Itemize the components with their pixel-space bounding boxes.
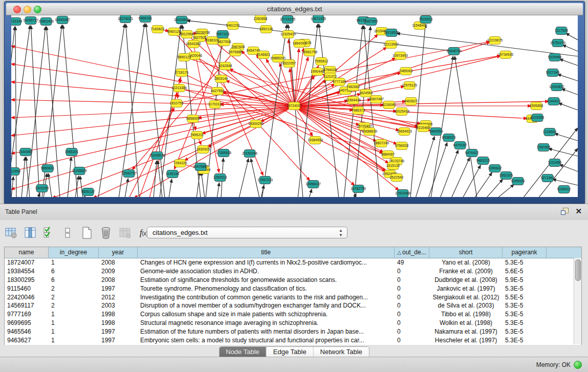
network-node[interactable]: 9329966	[548, 54, 562, 61]
network-node[interactable]: 12213967	[383, 41, 399, 49]
table-row[interactable]: 911546021997Tourette syndrome. Phenomeno…	[5, 285, 581, 293]
network-node[interactable]: 9227349	[546, 69, 560, 77]
tab-edge-table[interactable]: Edge Table	[267, 347, 314, 358]
network-node[interactable]: 19734935	[498, 51, 513, 59]
show-column-button[interactable]	[23, 226, 37, 240]
network-node[interactable]: 9463627	[404, 98, 418, 105]
network-window-titlebar[interactable]: citations_edges.txt	[6, 3, 583, 15]
network-node[interactable]: 12325419	[280, 31, 296, 38]
network-node[interactable]: 7485063	[399, 68, 413, 75]
network-node[interactable]: 2803144	[214, 75, 228, 83]
network-node[interactable]: 14671355	[311, 15, 326, 23]
network-canvas[interactable]: 1872400714091051696175879558126794028199…	[11, 15, 578, 197]
network-node[interactable]: 20891406	[38, 18, 54, 26]
network-node[interactable]: 10688639	[362, 128, 377, 136]
network-node[interactable]: 2718176	[175, 69, 189, 77]
network-node[interactable]: 10025418	[394, 108, 409, 116]
network-node[interactable]: 9313954	[11, 168, 20, 176]
network-node[interactable]: 1099642	[488, 165, 502, 172]
network-node[interactable]: 2687652	[364, 18, 378, 26]
network-node[interactable]: 1117534	[555, 27, 568, 35]
table-row[interactable]: 946362711997Embryonic stem cells: a mode…	[5, 336, 581, 345]
network-node[interactable]: 2160650	[19, 148, 33, 156]
table-row[interactable]: 946554611997Estimation of the future num…	[5, 327, 581, 336]
network-node[interactable]: 9245033	[511, 178, 525, 185]
network-node[interactable]: 18807249	[374, 140, 389, 147]
network-node[interactable]: 1830925	[197, 146, 210, 154]
network-node[interactable]: 19218506	[384, 29, 399, 37]
column-header-title[interactable]: title	[138, 247, 395, 258]
float-panel-icon[interactable]	[561, 207, 569, 215]
network-node[interactable]: 9756928	[395, 142, 409, 150]
network-node[interactable]: 2015334	[11, 18, 22, 26]
network-node[interactable]: 1852136	[259, 26, 273, 33]
column-settings-button[interactable]	[4, 226, 18, 240]
network-node[interactable]: 23364436	[345, 97, 361, 104]
network-node[interactable]: 16543382	[186, 40, 201, 48]
column-header-name[interactable]: name	[5, 247, 49, 258]
network-node[interactable]: 20153346	[242, 150, 257, 158]
network-node[interactable]: 16033809	[174, 16, 189, 24]
network-node[interactable]: 8912954	[180, 31, 194, 38]
network-node[interactable]: 15751074	[550, 39, 565, 47]
network-node[interactable]: 10607487	[368, 96, 384, 103]
network-node[interactable]: 16648784	[446, 48, 462, 55]
table-selector-dropdown[interactable]: citations_edges.txt ▲▼	[147, 227, 347, 238]
table-vertical-scrollbar[interactable]	[574, 258, 581, 344]
network-node[interactable]: 12093832	[549, 83, 564, 91]
memory-ok-icon[interactable]	[574, 361, 582, 369]
table-row[interactable]: 2242004622012Investigating the contribut…	[5, 293, 581, 302]
network-node[interactable]: 7986372	[352, 107, 365, 115]
network-node[interactable]: 1210456	[548, 159, 562, 167]
network-node[interactable]: 20206576	[149, 152, 165, 160]
network-node[interactable]: 9827508	[217, 38, 231, 46]
network-node[interactable]: 8960128	[167, 28, 181, 36]
select-all-button[interactable]	[42, 226, 56, 240]
scrollbar-thumb[interactable]	[575, 259, 581, 281]
new-column-button[interactable]	[80, 226, 94, 240]
network-node[interactable]: 1250513	[213, 174, 227, 182]
network-node[interactable]: 17957233	[257, 177, 273, 184]
network-node[interactable]: 9505137	[81, 188, 95, 196]
network-node[interactable]: 3624554	[359, 90, 373, 97]
network-node[interactable]: 9474412	[465, 149, 479, 157]
network-node[interactable]: 1615132	[386, 162, 400, 170]
network-node[interactable]: 14055717	[23, 17, 38, 25]
network-node[interactable]: 1218504	[543, 128, 557, 136]
network-node[interactable]: 12213386	[171, 84, 187, 92]
network-node[interactable]: 9850831	[41, 165, 55, 172]
network-node[interactable]: 1244413	[547, 98, 561, 105]
column-header-in_degree[interactable]: in_degree	[49, 247, 99, 258]
close-panel-icon[interactable]: ✕	[575, 207, 582, 215]
table-row[interactable]: 1872400712008Changes of HCN gene express…	[5, 258, 581, 267]
network-node[interactable]: 9146821	[257, 51, 271, 59]
network-node[interactable]: 1990448	[311, 68, 324, 76]
delete-column-button[interactable]	[99, 226, 113, 240]
network-node[interactable]: 9975685	[229, 49, 243, 56]
table-row[interactable]: 977716911998Corpus callosum shape and si…	[5, 310, 581, 319]
column-header-short[interactable]: short	[429, 247, 503, 258]
network-node[interactable]: 9858905	[186, 115, 200, 123]
network-node[interactable]: 30975887	[193, 163, 208, 171]
network-node[interactable]: 12219675	[487, 37, 503, 45]
deselect-all-button[interactable]	[61, 226, 75, 240]
column-header-pagerank[interactable]: pagerank	[503, 247, 547, 258]
network-node[interactable]: 1652205	[499, 172, 513, 180]
network-node[interactable]: 8938923	[442, 134, 456, 142]
network-node[interactable]: 7895211	[190, 132, 204, 139]
table-row[interactable]: 1938455462009Genome-wide association stu…	[5, 267, 581, 276]
column-header-out_de[interactable]: △out_de...	[395, 247, 429, 258]
network-node[interactable]: 19384554	[308, 137, 323, 144]
network-node[interactable]: 7163822	[151, 26, 165, 33]
network-node[interactable]: 16958107	[306, 181, 321, 188]
network-node[interactable]: 9463215	[476, 157, 490, 165]
network-node[interactable]: 9271562	[541, 174, 555, 182]
network-node[interactable]: 1595858	[530, 102, 543, 110]
network-node[interactable]: 18724007	[287, 102, 302, 110]
network-node[interactable]: 15276021	[118, 15, 133, 23]
network-node[interactable]: 11156829	[72, 167, 86, 175]
network-node[interactable]: 9242848	[219, 62, 232, 70]
network-node[interactable]: 9890123	[178, 54, 191, 61]
network-node[interactable]: 12923468	[395, 190, 410, 198]
network-node[interactable]: 5461230	[226, 22, 240, 30]
